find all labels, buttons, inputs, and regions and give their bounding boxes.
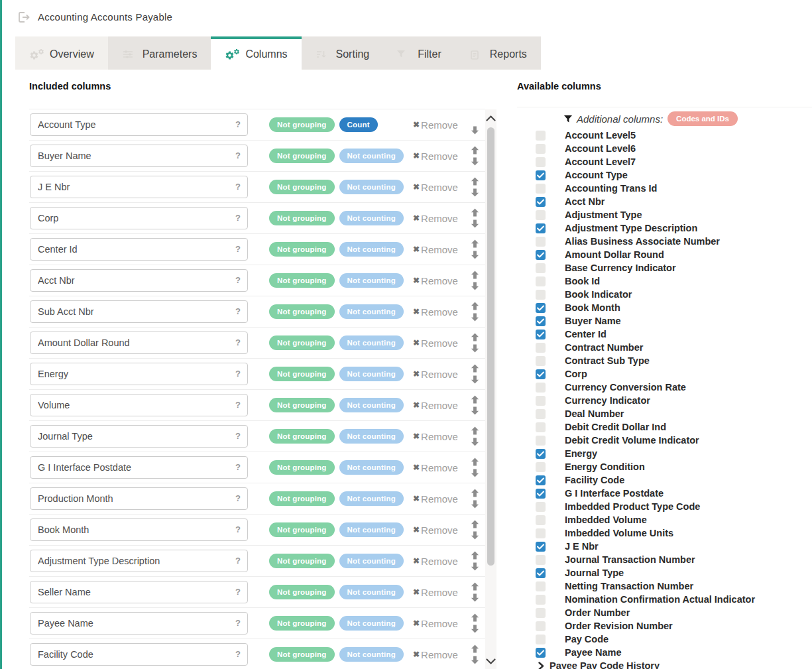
column-checkbox[interactable] xyxy=(536,197,546,207)
help-icon[interactable]: ? xyxy=(235,275,241,285)
move-down-button[interactable] xyxy=(471,406,479,415)
grouping-badge[interactable]: Not grouping xyxy=(269,522,335,537)
move-up-button[interactable] xyxy=(471,364,479,373)
column-checkbox[interactable] xyxy=(536,223,546,233)
counting-badge[interactable]: Not counting xyxy=(339,180,404,194)
move-down-button[interactable] xyxy=(471,126,479,135)
column-name-input[interactable] xyxy=(30,425,248,448)
grouping-badge[interactable]: Not grouping xyxy=(269,460,335,475)
column-checkbox[interactable] xyxy=(536,343,546,353)
help-icon[interactable]: ? xyxy=(235,119,241,129)
counting-badge[interactable]: Not counting xyxy=(339,398,404,412)
grouping-badge[interactable]: Not grouping xyxy=(269,429,335,444)
move-down-button[interactable] xyxy=(471,593,479,602)
available-column-item[interactable]: J E Nbr xyxy=(517,540,812,553)
column-checkbox[interactable] xyxy=(536,449,546,459)
column-name-input[interactable] xyxy=(30,456,248,479)
available-column-item[interactable]: Alias Business Associate Number xyxy=(517,235,812,248)
remove-button[interactable]: ✖ Remove xyxy=(413,213,458,224)
remove-button[interactable]: ✖ Remove xyxy=(413,275,458,286)
column-checkbox[interactable] xyxy=(536,131,546,141)
help-icon[interactable]: ? xyxy=(235,151,241,160)
available-column-item[interactable]: Contract Number xyxy=(517,341,812,354)
move-up-button[interactable] xyxy=(471,489,479,497)
counting-badge[interactable]: Not counting xyxy=(339,211,404,225)
available-column-item[interactable]: Adjustment Type Description xyxy=(517,221,812,235)
move-up-button[interactable] xyxy=(471,146,479,154)
move-up-button[interactable] xyxy=(471,177,479,186)
help-icon[interactable]: ? xyxy=(235,462,241,472)
available-column-item[interactable]: Corp xyxy=(517,367,812,381)
remove-button[interactable]: ✖ Remove xyxy=(413,649,458,660)
column-checkbox[interactable] xyxy=(536,330,546,339)
column-checkbox[interactable] xyxy=(536,184,546,194)
available-column-item[interactable]: Nomination Confirmation Actual Indicator xyxy=(517,593,812,606)
remove-button[interactable]: ✖ Remove xyxy=(413,244,458,255)
counting-badge[interactable]: Not counting xyxy=(339,647,404,662)
export-icon[interactable] xyxy=(18,12,30,23)
available-column-item[interactable]: Energy Condition xyxy=(517,460,812,473)
remove-button[interactable]: ✖ Remove xyxy=(413,337,458,349)
column-name-input[interactable] xyxy=(30,612,248,635)
column-name-input[interactable] xyxy=(30,207,248,229)
available-column-item[interactable]: Account Level5 xyxy=(517,129,812,142)
available-column-item[interactable]: Base Currency Indicator xyxy=(517,261,812,274)
move-down-button[interactable] xyxy=(471,313,479,322)
available-column-item[interactable]: Order Revision Number xyxy=(517,619,812,633)
help-icon[interactable]: ? xyxy=(235,400,241,410)
available-column-item[interactable]: Order Number xyxy=(517,606,812,619)
counting-badge[interactable]: Not counting xyxy=(339,149,404,163)
counting-badge[interactable]: Not counting xyxy=(339,304,404,319)
column-name-input[interactable] xyxy=(30,643,248,666)
move-up-button[interactable] xyxy=(471,395,479,404)
remove-button[interactable]: ✖ Remove xyxy=(413,618,458,629)
available-column-item[interactable]: Journal Transaction Number xyxy=(517,553,812,566)
column-checkbox[interactable] xyxy=(536,276,546,286)
column-checkbox[interactable] xyxy=(536,316,546,326)
move-down-button[interactable] xyxy=(471,157,479,166)
move-up-button[interactable] xyxy=(471,520,479,528)
move-up-button[interactable] xyxy=(471,457,479,466)
tab-sorting[interactable]: Sorting xyxy=(302,36,384,70)
grouping-badge[interactable]: Not grouping xyxy=(269,647,335,662)
available-column-item[interactable]: Facility Code xyxy=(517,473,812,487)
column-checkbox[interactable] xyxy=(536,555,546,565)
help-icon[interactable]: ? xyxy=(235,369,241,379)
counting-badge[interactable]: Not counting xyxy=(339,491,404,506)
move-down-button[interactable] xyxy=(471,656,479,664)
remove-button[interactable]: ✖ Remove xyxy=(413,369,458,380)
column-checkbox[interactable] xyxy=(536,369,546,379)
scroll-down-icon[interactable] xyxy=(486,658,496,664)
column-checkbox[interactable] xyxy=(536,436,546,446)
tab-filter[interactable]: Filter xyxy=(383,36,455,70)
remove-button[interactable]: ✖ Remove xyxy=(413,119,458,131)
help-icon[interactable]: ? xyxy=(235,337,241,347)
tab-columns[interactable]: Columns xyxy=(211,36,301,70)
move-up-button[interactable] xyxy=(471,644,479,653)
move-down-button[interactable] xyxy=(471,344,479,353)
move-up-button[interactable] xyxy=(471,613,479,622)
available-column-item[interactable]: Acct Nbr xyxy=(517,195,812,208)
grouping-badge[interactable]: Not grouping xyxy=(269,398,335,412)
column-checkbox[interactable] xyxy=(536,422,546,432)
available-column-item[interactable]: Account Level7 xyxy=(517,155,812,168)
column-checkbox[interactable] xyxy=(536,475,546,485)
remove-button[interactable]: ✖ Remove xyxy=(413,493,458,505)
column-name-input[interactable] xyxy=(30,269,248,292)
available-column-item[interactable]: Netting Transaction Number xyxy=(517,579,812,593)
included-scrollbar[interactable] xyxy=(485,109,496,669)
help-icon[interactable]: ? xyxy=(235,618,241,628)
remove-button[interactable]: ✖ Remove xyxy=(413,524,458,536)
move-down-button[interactable] xyxy=(471,562,479,571)
column-name-input[interactable] xyxy=(30,238,248,261)
column-checkbox[interactable] xyxy=(536,515,546,525)
counting-badge[interactable]: Not counting xyxy=(339,460,404,475)
available-column-item[interactable]: Account Level6 xyxy=(517,142,812,155)
column-checkbox[interactable] xyxy=(536,528,546,538)
column-checkbox[interactable] xyxy=(536,502,546,512)
move-up-button[interactable] xyxy=(471,239,479,248)
column-checkbox[interactable] xyxy=(536,409,546,419)
move-up-button[interactable] xyxy=(471,333,479,341)
counting-badge[interactable]: Not counting xyxy=(339,616,404,631)
help-icon[interactable]: ? xyxy=(235,524,241,534)
